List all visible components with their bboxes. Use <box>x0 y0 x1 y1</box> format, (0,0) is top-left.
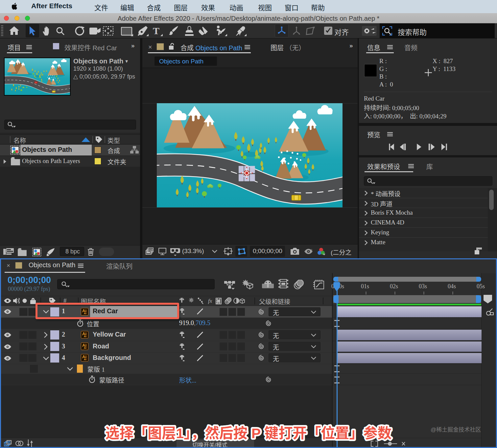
svg-text:3: 3 <box>311 249 313 251</box>
svg-text:fx: fx <box>208 298 212 304</box>
svg-text:T: T <box>153 26 159 36</box>
svg-text:选择「图层1」，然后按 P 键打开「位置」参数: 选择「图层1」，然后按 P 键打开「位置」参数 <box>105 425 391 441</box>
